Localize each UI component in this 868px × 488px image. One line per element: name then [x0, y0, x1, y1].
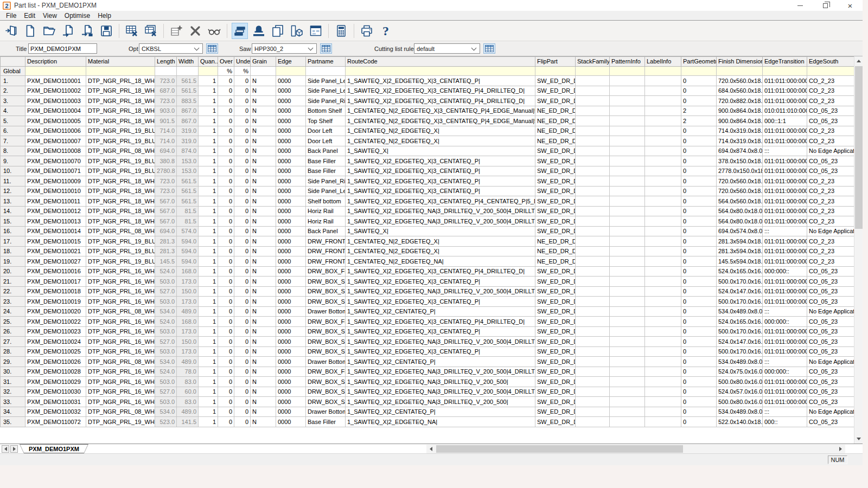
- cell-edgetransition[interactable]: 011:011:000:000: [763, 76, 807, 86]
- cell-routecode[interactable]: 1_SAWTEQ_X|2_EDGETEQ_NA|: [346, 417, 535, 427]
- cell-finish-dimensions[interactable]: 522.0x140.0x18.0: [717, 417, 763, 427]
- cell-finish-dimensions[interactable]: 720.0x882.0x18.0: [717, 96, 763, 106]
- cell-stackfamily[interactable]: [576, 337, 610, 347]
- cell-edge[interactable]: 0000: [276, 367, 306, 377]
- row-header[interactable]: 3.: [1, 96, 25, 106]
- cell-flippart[interactable]: SW_ED_DR_DRN: [535, 186, 576, 196]
- cell-finish-dimensions[interactable]: 500.0x170.0x16.0: [717, 297, 763, 307]
- cell-flippart[interactable]: SW_ED_DR_DRN: [535, 397, 576, 407]
- cell-edgetransition[interactable]: :::: [763, 357, 807, 367]
- cell-material[interactable]: DTP_NGR_PRL_18_WHITE: [86, 116, 155, 126]
- cell-description[interactable]: PXM_DEMO110071: [25, 166, 86, 176]
- cell-description[interactable]: PXM_DEMO110003: [25, 96, 86, 106]
- calculator-button[interactable]: [334, 23, 349, 38]
- cell-flippart[interactable]: SW_ED_DR_DRN: [535, 387, 576, 397]
- cell-edgesouth[interactable]: CO_2_23: [807, 196, 854, 207]
- cell-material[interactable]: DTP_NGR_PRL_08_WHITE: [86, 306, 155, 317]
- cell-routecode[interactable]: 1_CENTATEQ_N|2_EDGETEQ_X|: [346, 136, 535, 146]
- cell-width[interactable]: 83.0: [177, 397, 199, 407]
- horizontal-scrollbar[interactable]: [426, 445, 845, 453]
- cell-edgesouth[interactable]: CO_2_23: [807, 86, 854, 96]
- column-header-length[interactable]: Length: [155, 57, 177, 67]
- save-button[interactable]: [99, 23, 114, 38]
- cell-edgetransition[interactable]: 011:011:000:000: [763, 126, 807, 136]
- row-header[interactable]: 29.: [1, 357, 25, 367]
- add-line-button[interactable]: [169, 23, 184, 38]
- cell-grain[interactable]: N: [251, 76, 276, 86]
- cell-over[interactable]: 0: [218, 317, 234, 327]
- cell-description[interactable]: PXM_DEMO110025: [25, 346, 86, 357]
- cell-partname[interactable]: DRW_FRONT: [306, 256, 346, 267]
- cell-description[interactable]: PXM_DEMO110011: [25, 196, 86, 207]
- cell-edgetransition[interactable]: 011:011:000:000: [763, 256, 807, 267]
- cell-edgesouth[interactable]: CO_05_23: [807, 387, 854, 397]
- cell-routecode[interactable]: 1_SAWTEQ_X|2_CENTATEQ_P|: [346, 306, 535, 317]
- cell-stackfamily[interactable]: [576, 136, 610, 146]
- cell-under[interactable]: 0: [234, 176, 251, 187]
- cell-width[interactable]: 874.0: [177, 146, 199, 156]
- cell-edgetransition[interactable]: 011:011:000:000: [763, 156, 807, 166]
- cell-finish-dimensions[interactable]: 900.0x864.0x18.0: [717, 116, 763, 126]
- cell-partname[interactable]: DRW_BOX_SP: [306, 337, 346, 347]
- cell-under[interactable]: 0: [234, 407, 251, 417]
- cell-over[interactable]: 0: [218, 377, 234, 387]
- cell-description[interactable]: PXM_DEMO110070: [25, 156, 86, 166]
- row-header[interactable]: 33.: [1, 397, 25, 407]
- global-cell-edgesouth[interactable]: [807, 66, 854, 76]
- cell-stackfamily[interactable]: [576, 297, 610, 307]
- cell-quantity[interactable]: 1: [199, 256, 218, 267]
- cell-labelinfo[interactable]: [645, 156, 681, 166]
- cell-stackfamily[interactable]: [576, 76, 610, 86]
- cell-under[interactable]: 0: [234, 76, 251, 86]
- cell-width[interactable]: 150.0: [177, 286, 199, 297]
- cell-grain[interactable]: N: [251, 337, 276, 347]
- cell-partname[interactable]: Base Filler: [306, 166, 346, 176]
- cell-stackfamily[interactable]: [576, 156, 610, 166]
- cell-edge[interactable]: 0000: [276, 357, 306, 367]
- cell-patterninfo[interactable]: [610, 216, 645, 227]
- cell-edge[interactable]: 0000: [276, 166, 306, 176]
- row-header[interactable]: 11.: [1, 176, 25, 187]
- cell-flippart[interactable]: NE_ED_DR_DW: [535, 126, 576, 136]
- cell-labelinfo[interactable]: [645, 286, 681, 297]
- cell-material[interactable]: DTP_NGR_PRL_19_BLUE: [86, 246, 155, 256]
- cell-grain[interactable]: N: [251, 387, 276, 397]
- cell-routecode[interactable]: 1_CENTATEQ_N|2_EDGETEQ_X|: [346, 126, 535, 136]
- cell-routecode[interactable]: 1_SAWTEQ_X|2_EDGETEQ_X|3_CENTATEQ_P|: [346, 176, 535, 187]
- cell-quantity[interactable]: 1: [199, 246, 218, 256]
- global-cell-under[interactable]: %: [234, 66, 251, 76]
- row-header[interactable]: 7.: [1, 136, 25, 146]
- cell-grain[interactable]: N: [251, 96, 276, 106]
- cell-edge[interactable]: 0000: [276, 286, 306, 297]
- cell-flippart[interactable]: NE_ED_DR_DW: [535, 106, 576, 116]
- cell-stackfamily[interactable]: [576, 407, 610, 417]
- cell-partname[interactable]: DRW_FRONT: [306, 246, 346, 256]
- cell-edgetransition[interactable]: 011:011:000:000: [763, 277, 807, 287]
- cell-routecode[interactable]: 1_CENTATEQ_N|2_EDGETEQ_NA|: [346, 256, 535, 267]
- cell-flippart[interactable]: SW_ED_DR_DRN: [535, 206, 576, 216]
- cell-edge[interactable]: 0000: [276, 246, 306, 256]
- cell-over[interactable]: 0: [218, 106, 234, 116]
- cell-over[interactable]: 0: [218, 387, 234, 397]
- cell-patterninfo[interactable]: [610, 126, 645, 136]
- cell-grain[interactable]: N: [251, 367, 276, 377]
- cell-quantity[interactable]: 1: [199, 86, 218, 96]
- cell-edgetransition[interactable]: 011:011:000:000: [763, 196, 807, 207]
- cell-routecode[interactable]: 1_SAWTEQ_X|2_EDGETEQ_X|3_CENTATEQ_P|: [346, 326, 535, 337]
- cell-length[interactable]: 527.0: [155, 337, 177, 347]
- cell-material[interactable]: DTP_NGR_PRL_08_WHITE: [86, 146, 155, 156]
- cell-grain[interactable]: N: [251, 256, 276, 267]
- cell-edge[interactable]: 0000: [276, 346, 306, 357]
- exit-button[interactable]: [4, 23, 19, 38]
- cell-width[interactable]: 168.0: [177, 317, 199, 327]
- cell-over[interactable]: 0: [218, 126, 234, 136]
- global-cell-description[interactable]: [25, 66, 86, 76]
- cell-routecode[interactable]: 1_SAWTEQ_X|2_CENTATEQ_P|: [346, 357, 535, 367]
- scroll-left-button[interactable]: [426, 445, 436, 453]
- column-header-quan-[interactable]: Quan...: [199, 57, 218, 67]
- cell-labelinfo[interactable]: [645, 357, 681, 367]
- cell-edge[interactable]: 0000: [276, 106, 306, 116]
- cell-labelinfo[interactable]: [645, 407, 681, 417]
- cell-edgetransition[interactable]: 000::1:1: [763, 116, 807, 126]
- cell-edge[interactable]: 0000: [276, 407, 306, 417]
